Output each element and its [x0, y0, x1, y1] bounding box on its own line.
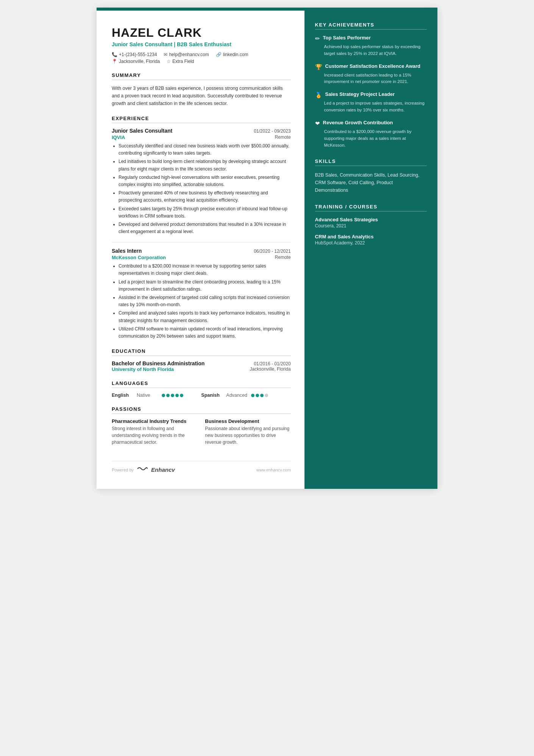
edu-location-1: Jacksonville, Florida [250, 366, 291, 372]
achievement-desc-4: Contributed to a $200,000 revenue growth… [315, 128, 427, 149]
edu-school-row-1: University of North Florida Jacksonville… [112, 366, 291, 372]
achievement-desc-1: Achieved top sales performer status by e… [315, 44, 427, 57]
achievement-header-3: 🏅 Sales Strategy Project Leader [315, 91, 427, 99]
training-section: TRAINING / COURSES Advanced Sales Strate… [315, 204, 427, 246]
phone-value: +1-(234)-555-1234 [119, 52, 157, 57]
languages-section: LANGUAGES English Native [112, 380, 291, 398]
dot-es-3 [260, 394, 264, 397]
skills-title: SKILLS [315, 158, 427, 166]
passion-1: Pharmaceutical Industry Trends Strong in… [112, 418, 197, 446]
passion-desc-2: Passionate about identifying and pursuin… [205, 425, 290, 446]
lang-spanish-name: Spanish [201, 393, 223, 398]
achievement-header-2: 🏆 Customer Satisfaction Excellence Award [315, 63, 427, 70]
training-source-2: HubSpot Academy, 2022 [315, 240, 427, 246]
bullet-1-5: Exceeded sales targets by 25% through pr… [119, 205, 291, 220]
lang-english-name: English [112, 393, 134, 398]
exp-bullets-2: Contributed to a $200,000 increase in re… [112, 263, 291, 340]
training-title: TRAINING / COURSES [315, 204, 427, 211]
passions-title: PASSIONS [112, 406, 291, 414]
brand-name: Enhancv [151, 466, 175, 473]
lang-spanish-level: Advanced [226, 393, 248, 398]
lang-english: English Native [112, 393, 201, 398]
lang-spanish-dots [251, 394, 268, 397]
dot-en-4 [175, 394, 179, 397]
email-value: help@enhancv.com [169, 52, 209, 57]
achievement-icon-2: 🏆 [315, 64, 322, 70]
lang-english-level: Native [137, 393, 159, 398]
enhancv-logo-icon [137, 466, 148, 472]
dot-en-2 [166, 394, 170, 397]
achievement-title-2: Customer Satisfaction Excellence Award [325, 63, 420, 70]
city-value: Jacksonville, Florida [119, 59, 160, 64]
achievement-title-3: Sales Strategy Project Leader [325, 91, 395, 98]
exp-role-2: Sales Intern [112, 248, 142, 254]
exp-entry-1: Junior Sales Consultant 01/2022 - 09/202… [112, 128, 291, 235]
exp-company-row-1: IQVIA Remote [112, 135, 291, 140]
lang-spanish: Spanish Advanced [201, 393, 290, 398]
bullet-2-1: Contributed to a $200,000 increase in re… [119, 263, 291, 277]
achievement-title-1: Top Sales Performer [323, 35, 371, 41]
candidate-title: Junior Sales Consultant | B2B Sales Enth… [112, 41, 291, 47]
exp-location-1: Remote [275, 135, 291, 140]
summary-title: SUMMARY [112, 72, 291, 80]
bullet-1-1: Successfully identified and closed new b… [119, 142, 291, 157]
training-1: Advanced Sales Strategies Coursera, 2021 [315, 217, 427, 229]
passions-grid: Pharmaceutical Industry Trends Strong in… [112, 418, 291, 446]
bullet-2-4: Compiled and analyzed sales reports to t… [119, 310, 291, 324]
bullet-2-3: Assisted in the development of targeted … [119, 294, 291, 308]
edu-header-1: Bachelor of Business Administration 01/2… [112, 360, 291, 366]
contact-row-2: 📍 Jacksonville, Florida ☆ Extra Field [112, 59, 291, 64]
training-source-1: Coursera, 2021 [315, 223, 427, 229]
top-accent-bar [97, 8, 437, 11]
bullet-2-2: Led a project team to streamline the cli… [119, 279, 291, 293]
achievements-section: KEY ACHIEVEMENTS ✏ Top Sales Performer A… [315, 22, 427, 149]
right-column: KEY ACHIEVEMENTS ✏ Top Sales Performer A… [304, 8, 437, 489]
resume-wrapper: HAZEL CLARK Junior Sales Consultant | B2… [97, 8, 437, 489]
footer: Powered by Enhancv www.enhancv.com [112, 461, 291, 474]
edu-date-1: 01/2016 - 01/2020 [254, 361, 290, 366]
phone-icon: 📞 [112, 52, 117, 57]
bullet-1-4: Proactively generated 40% of new busines… [119, 189, 291, 204]
passion-desc-1: Strong interest in following and underst… [112, 425, 197, 446]
exp-date-1: 01/2022 - 09/2023 [254, 128, 290, 134]
achievement-header-4: ❤ Revenue Growth Contribution [315, 120, 427, 127]
candidate-name: HAZEL CLARK [112, 26, 291, 40]
exp-divider [112, 242, 291, 243]
passions-section: PASSIONS Pharmaceutical Industry Trends … [112, 406, 291, 446]
exp-company-1: IQVIA [112, 135, 125, 140]
bullet-2-5: Utilized CRM software to maintain update… [119, 326, 291, 340]
resume-header: HAZEL CLARK Junior Sales Consultant | B2… [112, 26, 291, 64]
experience-title: EXPERIENCE [112, 116, 291, 123]
edu-degree-1: Bachelor of Business Administration [112, 360, 205, 366]
bullet-1-2: Led initiatives to build long-term clien… [119, 158, 291, 172]
dot-es-2 [256, 394, 259, 397]
website-url: www.enhancv.com [256, 468, 291, 472]
dot-en-5 [180, 394, 183, 397]
achievement-2: 🏆 Customer Satisfaction Excellence Award… [315, 63, 427, 86]
training-course-1: Advanced Sales Strategies [315, 217, 427, 222]
achievement-header-1: ✏ Top Sales Performer [315, 35, 427, 42]
achievements-title: KEY ACHIEVEMENTS [315, 22, 427, 30]
passion-title-2: Business Development [205, 418, 290, 424]
phone-contact: 📞 +1-(234)-555-1234 [112, 52, 157, 57]
exp-location-2: Remote [275, 255, 291, 260]
location-icon: 📍 [112, 59, 117, 64]
languages-title: LANGUAGES [112, 380, 291, 388]
contact-row-1: 📞 +1-(234)-555-1234 ✉ help@enhancv.com 🔗… [112, 52, 291, 57]
exp-company-row-2: McKesson Corporation Remote [112, 255, 291, 260]
achievement-icon-3: 🏅 [315, 92, 322, 99]
passion-title-1: Pharmaceutical Industry Trends [112, 418, 197, 424]
achievement-1: ✏ Top Sales Performer Achieved top sales… [315, 35, 427, 57]
footer-left: Powered by Enhancv [112, 466, 175, 474]
linkedin-contact: 🔗 linkedin.com [216, 52, 248, 57]
passion-2: Business Development Passionate about id… [205, 418, 290, 446]
link-icon: 🔗 [216, 52, 222, 57]
dot-es-1 [251, 394, 255, 397]
achievement-3: 🏅 Sales Strategy Project Leader Led a pr… [315, 91, 427, 114]
powered-by-label: Powered by [112, 468, 134, 472]
summary-text: With over 3 years of B2B sales experienc… [112, 85, 291, 107]
star-icon: ☆ [167, 59, 171, 64]
bullet-1-3: Regularly conducted high-level conversat… [119, 174, 291, 188]
extra-field: ☆ Extra Field [167, 59, 194, 64]
education-section: EDUCATION Bachelor of Business Administr… [112, 348, 291, 372]
